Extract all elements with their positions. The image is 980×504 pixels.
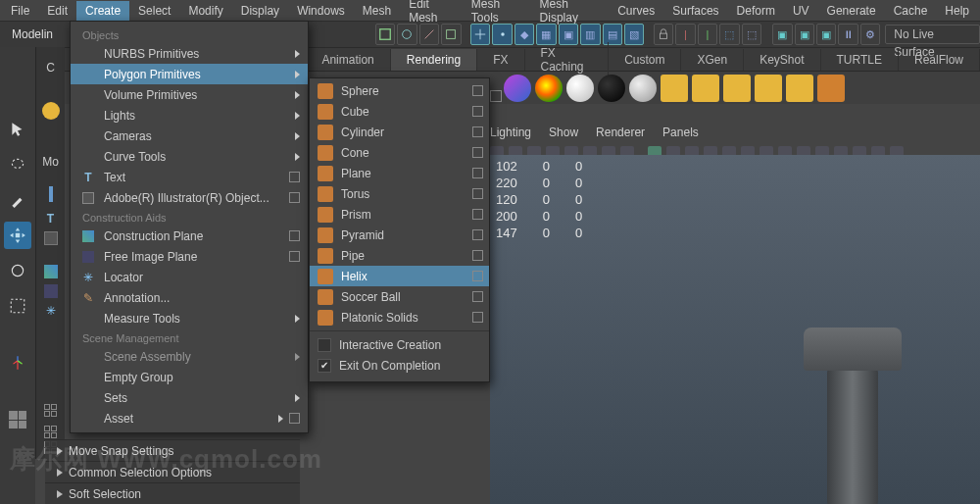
image-icon[interactable] bbox=[44, 284, 58, 298]
paint-tool[interactable] bbox=[4, 186, 31, 214]
shelf-tab-fx[interactable]: FX bbox=[477, 49, 524, 71]
scale-tool[interactable] bbox=[4, 292, 31, 320]
light-icon[interactable] bbox=[42, 102, 60, 120]
snap-button[interactable] bbox=[492, 24, 512, 45]
menu-item-adobe-r-illustrator-r-object-[interactable]: Adobe(R) Illustrator(R) Object... bbox=[71, 187, 308, 208]
shelf-icon[interactable] bbox=[817, 75, 845, 102]
option-box[interactable] bbox=[289, 172, 300, 182]
menu-select[interactable]: Select bbox=[129, 1, 179, 21]
menu-item-asset[interactable]: Asset bbox=[71, 408, 308, 428]
shelf-icon[interactable] bbox=[535, 75, 563, 102]
shelf-icon[interactable] bbox=[786, 75, 813, 102]
snap-button[interactable]: ▧ bbox=[624, 24, 644, 45]
optbox-icon[interactable] bbox=[490, 90, 502, 102]
mode-dropdown[interactable]: Modelin bbox=[0, 27, 63, 41]
shelf-icon[interactable] bbox=[661, 75, 688, 102]
option-box[interactable] bbox=[472, 271, 483, 281]
menu-item-construction-plane[interactable]: Construction Plane bbox=[71, 226, 308, 246]
menu-item-annotation-[interactable]: ✎Annotation... bbox=[71, 287, 308, 308]
menu-item-lights[interactable]: Lights bbox=[71, 105, 308, 126]
menu-display[interactable]: Display bbox=[232, 1, 288, 21]
option-box[interactable] bbox=[289, 413, 300, 424]
box-icon[interactable] bbox=[44, 231, 58, 245]
panel-menu-lighting[interactable]: Lighting bbox=[490, 126, 531, 139]
move-tool[interactable] bbox=[4, 222, 31, 249]
menu-item-locator[interactable]: ✳Locator bbox=[71, 267, 308, 287]
menu-item-pyramid[interactable]: Pyramid bbox=[310, 225, 489, 245]
grid-button[interactable] bbox=[44, 426, 58, 439]
option-box[interactable] bbox=[289, 192, 300, 203]
menu-item-measure-tools[interactable]: Measure Tools bbox=[71, 308, 308, 328]
shelf-icon[interactable] bbox=[755, 75, 782, 102]
render-button[interactable]: ▣ bbox=[795, 24, 814, 45]
option-box[interactable] bbox=[472, 85, 483, 96]
menu-item-plane[interactable]: Plane bbox=[310, 163, 489, 183]
menu-item-helix[interactable]: Helix bbox=[310, 266, 489, 286]
shelf-tab-xgen[interactable]: XGen bbox=[681, 49, 744, 71]
menu-windows[interactable]: Windows bbox=[288, 1, 354, 21]
tool-button[interactable] bbox=[397, 24, 416, 45]
no-live-surface[interactable]: No Live Surface bbox=[885, 25, 980, 44]
menu-item-volume-primitives[interactable]: Volume Primitives bbox=[71, 84, 308, 105]
lasso-tool[interactable] bbox=[4, 151, 31, 178]
menu-item-text[interactable]: TText bbox=[71, 167, 308, 187]
menu-item-cone[interactable]: Cone bbox=[310, 142, 489, 163]
settings-row-soft-selection[interactable]: Soft Selection bbox=[45, 482, 300, 504]
panel-menu-renderer[interactable]: Renderer bbox=[596, 126, 645, 139]
menu-item-polygon-primitives[interactable]: Polygon Primitives bbox=[71, 64, 308, 84]
option-box[interactable] bbox=[472, 291, 483, 302]
option-box[interactable] bbox=[472, 106, 483, 117]
locator-icon[interactable]: ✳ bbox=[36, 304, 65, 318]
tool-button[interactable]: ⬚ bbox=[742, 24, 761, 45]
panel-menu-show[interactable]: Show bbox=[549, 126, 578, 139]
tool-button[interactable] bbox=[419, 24, 439, 45]
settings-row-move-snap-settings[interactable]: Move Snap Settings bbox=[45, 439, 300, 461]
shelf-tab-animation[interactable]: Animation bbox=[306, 49, 390, 71]
menu-toggle-interactive-creation[interactable]: Interactive Creation bbox=[310, 334, 489, 355]
option-box[interactable] bbox=[289, 230, 300, 241]
render-button[interactable]: ▣ bbox=[772, 24, 792, 45]
shelf-icon[interactable] bbox=[566, 75, 594, 102]
option-box[interactable] bbox=[472, 126, 483, 137]
menu-mesh[interactable]: Mesh bbox=[354, 1, 400, 21]
menu-deform[interactable]: Deform bbox=[728, 1, 784, 21]
menu-create[interactable]: Create bbox=[76, 1, 129, 21]
option-box[interactable] bbox=[472, 312, 483, 323]
text-icon[interactable]: T bbox=[36, 212, 65, 226]
shelf-icon[interactable] bbox=[598, 75, 625, 102]
tool-button[interactable]: ⬚ bbox=[719, 24, 739, 45]
menu-uv[interactable]: UV bbox=[784, 1, 818, 21]
tool-button[interactable]: | bbox=[698, 24, 717, 45]
grid-button[interactable] bbox=[44, 404, 58, 418]
menu-item-soccer-ball[interactable]: Soccer Ball bbox=[310, 286, 489, 307]
menu-item-cylinder[interactable]: Cylinder bbox=[310, 122, 489, 142]
snap-button[interactable] bbox=[470, 24, 490, 45]
option-box[interactable] bbox=[472, 188, 483, 199]
menu-item-sets[interactable]: Sets bbox=[71, 387, 308, 408]
menu-edit[interactable]: Edit bbox=[38, 1, 76, 21]
menu-item-curve-tools[interactable]: Curve Tools bbox=[71, 146, 308, 167]
menu-item-cameras[interactable]: Cameras bbox=[71, 126, 308, 146]
menu-item-platonic-solids[interactable]: Platonic Solids bbox=[310, 307, 489, 328]
option-box[interactable] bbox=[472, 229, 483, 240]
render-button[interactable]: ▣ bbox=[816, 24, 836, 45]
mesh-object[interactable] bbox=[794, 328, 911, 504]
grid-icon[interactable] bbox=[44, 265, 58, 278]
render-button[interactable]: ⏸ bbox=[838, 24, 858, 45]
shelf-icon[interactable] bbox=[504, 75, 531, 102]
menu-cache[interactable]: Cache bbox=[885, 1, 937, 21]
shelf-tab-turtle[interactable]: TURTLE bbox=[821, 49, 899, 71]
menu-item-empty-group[interactable]: Empty Group bbox=[71, 367, 308, 387]
option-box[interactable] bbox=[472, 250, 483, 261]
shelf-tab-fx-caching[interactable]: FX Caching bbox=[525, 42, 610, 77]
option-box[interactable] bbox=[472, 147, 483, 158]
option-box[interactable] bbox=[472, 209, 483, 220]
panel-menu-panels[interactable]: Panels bbox=[662, 126, 699, 139]
menu-modify[interactable]: Modify bbox=[179, 1, 231, 21]
menu-toggle-exit-on-completion[interactable]: ✔Exit On Completion bbox=[310, 355, 489, 376]
tool-button[interactable] bbox=[375, 24, 395, 45]
shelf-tab-keyshot[interactable]: KeyShot bbox=[744, 49, 820, 71]
shelf-icon[interactable] bbox=[723, 75, 751, 102]
select-tool[interactable] bbox=[4, 116, 31, 143]
menu-item-free-image-plane[interactable]: Free Image Plane bbox=[71, 246, 308, 267]
